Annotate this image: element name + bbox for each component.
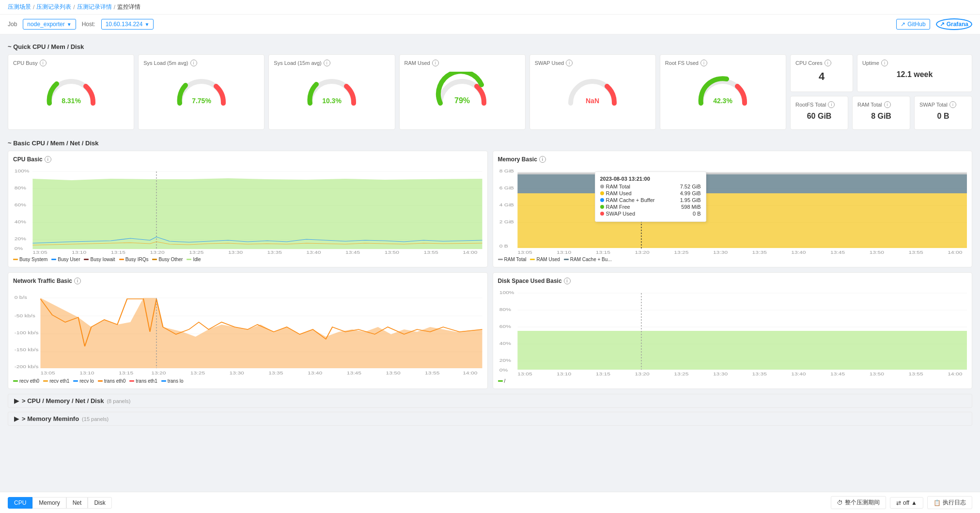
svg-text:13:35: 13:35: [268, 371, 283, 375]
ram-total-title: RAM Total i: [857, 101, 905, 108]
svg-text:13:25: 13:25: [189, 250, 203, 254]
svg-text:10.3%: 10.3%: [322, 97, 342, 105]
cpu-basic-chart-card: CPU Basic i 100% 80% 60% 40% 20% 0%: [8, 151, 488, 267]
svg-marker-44: [517, 193, 967, 248]
memory-meminfo-title[interactable]: ▶ > Memory Meminfo (15 panels): [8, 412, 972, 426]
svg-text:42.3%: 42.3%: [714, 97, 733, 105]
memory-basic-chart-title: Memory Basic i: [498, 156, 967, 163]
quick-section-title[interactable]: ~ Quick CPU / Mem / Disk: [8, 39, 972, 54]
svg-text:13:55: 13:55: [908, 372, 923, 375]
svg-marker-70: [40, 298, 482, 368]
memory-basic-legend: RAM Total RAM Used RAM Cache + Bu...: [498, 257, 967, 262]
svg-text:100%: 100%: [15, 169, 30, 173]
svg-text:13:10: 13:10: [557, 372, 571, 375]
grafana-label: Grafana: [947, 21, 968, 28]
disk-legend: /: [498, 378, 967, 384]
github-button[interactable]: ↗ GitHub: [896, 19, 930, 30]
svg-text:7.75%: 7.75%: [192, 97, 211, 105]
rootfs-total-info-icon[interactable]: i: [828, 101, 835, 108]
sys-load-15m-info-icon[interactable]: i: [324, 60, 330, 66]
swap-total-card: SWAP Total i 0 B: [914, 96, 972, 130]
toolbar: Job node_exporter ▼ Host: 10.60.134.224 …: [0, 15, 980, 34]
svg-text:13:35: 13:35: [752, 250, 766, 254]
svg-text:-150 kb/s: -150 kb/s: [15, 347, 39, 352]
legend-busy-other: Busy Other: [152, 257, 183, 262]
svg-text:13:25: 13:25: [674, 250, 688, 254]
cpu-memory-net-title[interactable]: ▶ > CPU / Memory / Net / Disk (8 panels): [8, 394, 972, 408]
svg-text:0 B: 0 B: [499, 244, 508, 249]
svg-text:13:15: 13:15: [119, 371, 133, 375]
svg-text:13:30: 13:30: [713, 372, 727, 375]
uptime-info-icon[interactable]: i: [881, 60, 888, 66]
main-content: ~ Quick CPU / Mem / Disk CPU Busy i 8.31…: [0, 34, 980, 464]
memory-basic-chart-area: 8 GiB 6 GiB 4 GiB 2 GiB 0 B: [498, 167, 967, 254]
tooltip-row-ram-free: RAM Free 598 MiB: [600, 204, 701, 210]
root-fs-info-icon[interactable]: i: [700, 60, 707, 66]
svg-text:60%: 60%: [499, 324, 511, 329]
ram-used-info-icon[interactable]: i: [432, 60, 439, 66]
legend-recv-lo: recv lo: [73, 378, 93, 384]
svg-text:8 GiB: 8 GiB: [499, 169, 513, 173]
svg-text:100%: 100%: [499, 290, 514, 295]
memory-meminfo-section: ▶ > Memory Meminfo (15 panels): [8, 412, 972, 426]
svg-text:13:50: 13:50: [385, 250, 399, 254]
expand-icon-2: ▶: [14, 415, 19, 422]
svg-text:13:45: 13:45: [347, 371, 361, 375]
memory-basic-info-icon[interactable]: i: [539, 156, 546, 163]
svg-text:13:45: 13:45: [345, 250, 360, 254]
rootfs-total-value: 60 GiB: [795, 112, 843, 121]
job-value: node_exporter: [27, 21, 64, 28]
legend-busy-iowait: Busy Iowait: [84, 257, 115, 262]
svg-text:13:30: 13:30: [228, 250, 243, 254]
svg-text:13:20: 13:20: [635, 372, 649, 375]
disk-info-icon[interactable]: i: [564, 278, 571, 284]
uptime-value: 12.1 week: [862, 70, 967, 79]
svg-text:13:50: 13:50: [869, 372, 884, 375]
grafana-button[interactable]: ↗ Grafana: [936, 18, 972, 30]
root-fs-title: Root FS Used i: [665, 60, 781, 66]
job-select[interactable]: node_exporter ▼: [23, 19, 76, 30]
swap-used-info-icon[interactable]: i: [566, 60, 573, 66]
host-label: Host:: [82, 21, 95, 28]
svg-text:0 b/s: 0 b/s: [15, 295, 27, 300]
svg-text:13:30: 13:30: [230, 371, 244, 375]
legend-busy-irqs: Busy IRQs: [119, 257, 149, 262]
sys-load-5m-info-icon[interactable]: i: [190, 60, 197, 66]
network-info-icon[interactable]: i: [74, 278, 81, 284]
svg-text:13:55: 13:55: [425, 371, 439, 375]
svg-text:13:35: 13:35: [752, 372, 766, 375]
host-select[interactable]: 10.60.134.224 ▼: [101, 19, 154, 30]
breadcrumb-item-1[interactable]: 压测场景: [8, 3, 31, 11]
breadcrumb: 压测场景 / 压测记录列表 / 压测记录详情 / 监控详情: [0, 0, 980, 15]
legend-root: /: [498, 378, 506, 384]
svg-text:13:55: 13:55: [908, 250, 923, 254]
svg-text:13:05: 13:05: [32, 250, 47, 254]
svg-text:14:00: 14:00: [463, 250, 477, 254]
host-arrow-icon: ▼: [144, 22, 149, 27]
top-charts-row: CPU Basic i 100% 80% 60% 40% 20% 0%: [8, 151, 972, 267]
breadcrumb-item-2[interactable]: 压测记录列表: [36, 3, 71, 11]
cpu-basic-info-icon[interactable]: i: [45, 156, 51, 163]
svg-marker-96: [517, 331, 967, 370]
basic-section-title[interactable]: ~ Basic CPU / Mem / Net / Disk: [8, 136, 972, 151]
svg-text:13:10: 13:10: [557, 250, 571, 254]
network-legend: recv eth0 recv eth1 recv lo trans eth0 t…: [13, 378, 482, 384]
cpu-cores-info-icon[interactable]: i: [824, 60, 831, 66]
svg-text:-100 kb/s: -100 kb/s: [15, 330, 39, 335]
bottom-charts-row: Network Traffic Basic i 0 b/s -50 kb/s -…: [8, 272, 972, 389]
ram-total-info-icon[interactable]: i: [884, 101, 891, 108]
svg-marker-43: [517, 174, 967, 193]
svg-text:60%: 60%: [15, 202, 27, 207]
breadcrumb-item-3[interactable]: 压测记录详情: [77, 3, 112, 11]
svg-text:80%: 80%: [499, 307, 511, 312]
svg-text:20%: 20%: [15, 236, 27, 241]
svg-text:-50 kb/s: -50 kb/s: [15, 313, 35, 318]
swap-used-card: SWAP Used i NaN: [529, 54, 656, 130]
legend-ram-cache: RAM Cache + Bu...: [564, 257, 612, 262]
svg-text:13:10: 13:10: [79, 371, 94, 375]
swap-total-info-icon[interactable]: i: [949, 101, 956, 108]
rootfs-total-title: RootFS Total i: [795, 101, 843, 108]
svg-text:13:15: 13:15: [595, 250, 610, 254]
legend-busy-system: Busy System: [13, 257, 47, 262]
cpu-busy-info-icon[interactable]: i: [40, 60, 47, 66]
